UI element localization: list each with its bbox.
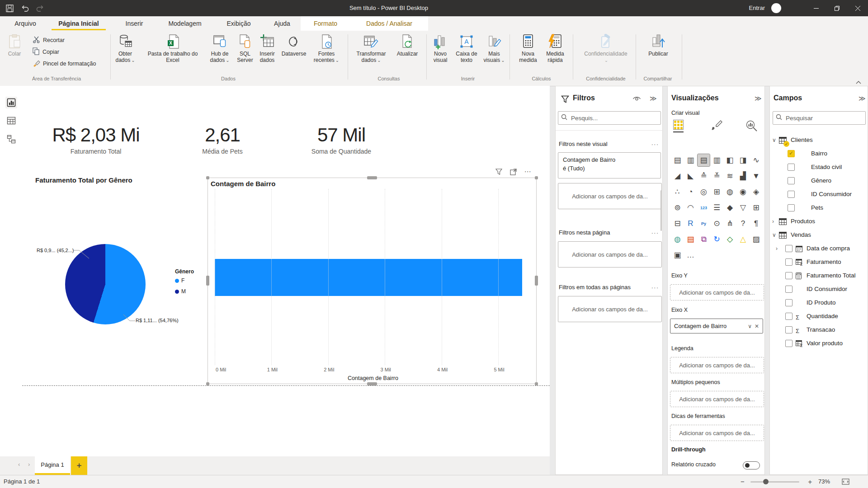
redo-icon[interactable]	[35, 3, 45, 13]
well-drop-legenda[interactable]: Adicionar os campos de da...	[670, 357, 764, 373]
tab-arquivo[interactable]: Arquivo	[10, 16, 41, 31]
new-measure-button[interactable]: Nova medida	[514, 33, 542, 63]
resize-handle-n[interactable]	[367, 176, 377, 179]
viz-icon-custom-visual[interactable]: ▨	[750, 233, 762, 245]
field-row-valor-produto[interactable]: ΣValor produto	[770, 337, 868, 351]
viz-icon-line-and-stacked-column-chart[interactable]: ≙	[698, 170, 710, 182]
excel-workbook-button[interactable]: X Pasta de trabalho do Excel	[141, 33, 204, 63]
field-row-produtos[interactable]: ›Produtos	[770, 215, 868, 229]
resize-handle-nw[interactable]	[206, 176, 209, 179]
section-more-icon[interactable]: ...	[651, 228, 659, 235]
viz-icon-key-influencers[interactable]: ⊙	[711, 217, 723, 230]
viz-icon-table[interactable]: ⊞	[750, 202, 762, 214]
data-view-icon[interactable]	[5, 115, 17, 127]
field-row-genero[interactable]: Gênero	[770, 174, 868, 188]
well-drop-multiplos-pequenos[interactable]: Adicionar os campos de da...	[670, 391, 764, 407]
field-checkbox-bairro[interactable]	[788, 150, 795, 157]
kpi-card-media-de-pets[interactable]: 2,61 Média de Pets	[182, 124, 263, 155]
viz-icon-r-script-visual[interactable]: R	[684, 217, 697, 230]
format-painter-button[interactable]: Pincel de formatação	[33, 59, 96, 69]
resize-handle-sw[interactable]	[206, 382, 209, 385]
visual-filter-icon[interactable]	[495, 168, 503, 176]
field-row-bairro[interactable]: Bairro	[770, 147, 868, 161]
viz-icon-scatter-chart[interactable]: ∴	[671, 186, 684, 198]
viz-icon-funnel-chart[interactable]: ▼	[750, 170, 762, 182]
page-tab-pagina-1[interactable]: Página 1	[35, 456, 70, 475]
collapse-fields-icon[interactable]: ≫	[859, 94, 866, 103]
avatar[interactable]	[771, 3, 781, 13]
enter-data-button[interactable]: Inserir dados	[256, 33, 278, 63]
kpi-card-soma-de-quantidade[interactable]: 57 Mil Soma de Quantidade	[292, 124, 391, 155]
section-more-icon[interactable]: ...	[651, 140, 659, 146]
field-checkbox-pets[interactable]	[788, 204, 795, 211]
viz-icon-power-automate[interactable]: ↻	[711, 233, 723, 245]
viz-icon-ribbon-chart[interactable]: ≋	[724, 170, 736, 182]
zoom-in-button[interactable]: ＋	[807, 475, 813, 488]
field-checkbox-faturamento-total[interactable]	[785, 272, 793, 279]
field-checkbox-quantidade[interactable]	[785, 313, 793, 320]
eye-icon[interactable]	[632, 95, 641, 103]
field-row-data-de-compra[interactable]: ›Data de compra	[770, 242, 868, 256]
field-checkbox-genero[interactable]	[788, 177, 795, 184]
collapse-visualizations-icon[interactable]: ≫	[755, 94, 762, 103]
viz-icon-shape-map[interactable]: ◈	[750, 186, 762, 198]
refresh-button[interactable]: Atualizar	[392, 33, 422, 57]
viz-icon-card[interactable]: 123	[698, 202, 710, 214]
analytics-tab-icon[interactable]	[745, 120, 758, 134]
field-row-estado-civil[interactable]: Estado civil	[770, 161, 868, 174]
quick-measure-button[interactable]: Medida rápida	[542, 33, 569, 63]
field-checkbox-faturamento[interactable]	[785, 258, 793, 266]
publish-button[interactable]: Publicar	[644, 33, 672, 57]
field-row-faturamento-total[interactable]: Faturamento Total	[770, 269, 868, 283]
viz-icon-gauge[interactable]: ◠	[684, 202, 697, 214]
viz-icon-clustered-column-chart[interactable]: ▥	[711, 154, 723, 166]
viz-icon-donut-chart[interactable]: ◎	[698, 186, 710, 198]
viz-icon-100-stacked-column-chart[interactable]: ◨	[737, 154, 749, 166]
field-checkbox-id-produto[interactable]	[785, 299, 793, 306]
filters-scrollbar[interactable]	[660, 190, 662, 231]
viz-icon-line-and-clustered-column-chart[interactable]: ≚	[711, 170, 723, 182]
chevron-right-icon[interactable]: ›	[772, 218, 774, 225]
build-visual-tab-icon[interactable]	[673, 120, 686, 135]
tab-formato[interactable]: Formato	[304, 16, 347, 31]
viz-icon-python-visual[interactable]: Py	[698, 217, 710, 230]
zoom-out-button[interactable]: −	[741, 475, 745, 488]
maximize-button[interactable]	[826, 0, 847, 16]
filters-search[interactable]	[558, 111, 661, 125]
field-row-faturamento[interactable]: ΣFaturamento	[770, 256, 868, 269]
well-drop-eixo-y[interactable]: Adicionar os campos de da...	[670, 284, 764, 300]
resize-handle-se[interactable]	[535, 382, 538, 385]
fil-drop-page[interactable]: Adicionar os campos de da...	[558, 241, 662, 267]
viz-icon-more-visuals[interactable]: …	[684, 249, 697, 261]
viz-icon-map[interactable]: ◍	[724, 186, 736, 198]
new-page-button[interactable]: ＋	[71, 456, 87, 475]
viz-icon-decomposition-tree[interactable]: ⋔	[724, 217, 736, 230]
bar-chart-visual[interactable]: Contagem de Bairro 0 Mil1 Mil2 Mil3 Mil4…	[208, 178, 537, 384]
viz-icon-scorecard[interactable]: △	[737, 233, 749, 245]
field-checkbox-id-consumidor[interactable]	[785, 286, 793, 293]
field-row-pets[interactable]: Pets	[770, 202, 868, 215]
recent-sources-button[interactable]: Fontes recentes⌄	[309, 33, 344, 64]
field-checkbox-valor-produto[interactable]	[785, 340, 793, 347]
viz-icon-treemap[interactable]: ⊞	[711, 186, 723, 198]
viz-icon-q-and-a[interactable]: ?	[737, 217, 749, 230]
close-button[interactable]	[847, 0, 868, 16]
viz-icon-arcgis-map[interactable]: ◍	[671, 233, 684, 245]
field-row-quantidade[interactable]: ΣQuantidade	[770, 310, 868, 324]
viz-icon-stacked-column-chart[interactable]: ▥	[684, 154, 697, 166]
chevron-right-icon[interactable]: ›	[776, 245, 778, 252]
zoom-slider-track[interactable]	[750, 481, 799, 483]
fit-to-page-icon[interactable]	[842, 479, 849, 487]
more-options-icon[interactable]: ⋯	[524, 168, 532, 176]
model-view-icon[interactable]	[5, 133, 17, 145]
fil-drop-visual[interactable]: Adicionar os campos de da...	[558, 183, 662, 209]
viz-icon-line-chart[interactable]: ∿	[750, 154, 762, 166]
legend-item-m[interactable]: M	[175, 288, 194, 295]
field-checkbox-data-de-compra[interactable]	[785, 245, 793, 252]
tab-modelagem[interactable]: Modelagem	[163, 16, 207, 31]
data-hub-button[interactable]: Hub de dados⌄	[206, 33, 234, 64]
resize-handle-ne[interactable]	[535, 176, 538, 179]
legend-item-f[interactable]: F	[175, 277, 194, 284]
sql-server-button[interactable]: SQL Server	[234, 33, 256, 63]
viz-icon-metrics[interactable]: ◇	[724, 233, 736, 245]
